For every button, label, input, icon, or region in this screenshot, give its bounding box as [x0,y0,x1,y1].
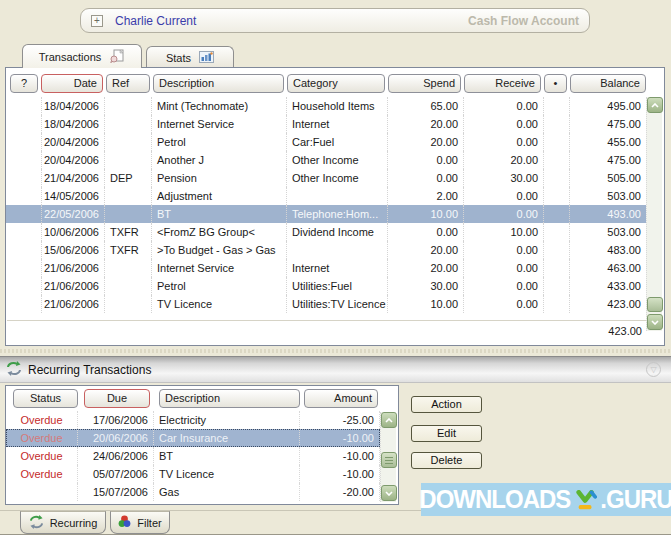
recurring-row[interactable]: Overdue24/06/2006BT-10.00 [6,447,380,465]
tab-stats-label: Stats [166,52,191,64]
scroll-up-button[interactable] [647,97,663,113]
transactions-list: 18/04/2006Mint (Technomate)Household Ite… [6,97,647,313]
recurring-panel: Status Due Description Amount Overdue17/… [5,385,399,505]
rec-scroll-thumb[interactable] [381,452,397,468]
transaction-row[interactable]: 21/06/2006Internet ServiceInternet20.000… [6,259,647,277]
reconciled-column-button[interactable]: • [544,74,567,93]
tab-recurring-label: Recurring [50,517,98,529]
action-button[interactable]: Action [411,396,482,413]
amount-column-button[interactable]: Amount [304,389,378,408]
receive-column-button[interactable]: Receive [464,74,541,93]
transaction-row[interactable]: 18/04/2006Internet ServiceInternet20.000… [6,115,647,133]
balance-column-button[interactable]: Balance [570,74,646,93]
status-column-button[interactable]: Status [13,389,78,408]
recurring-tab-icon [29,515,44,531]
transaction-row[interactable]: 14/05/2006Adjustment2.000.00503.00 [6,187,647,205]
due-column-button[interactable]: Due [84,389,150,408]
transactions-register-icon [109,49,125,65]
rec-scroll-down-button[interactable] [381,485,397,501]
help-column-button[interactable]: ? [10,74,38,93]
transaction-row[interactable]: 10/06/2006TXFR<FromZ BG Group<Dividend I… [6,223,647,241]
account-type-label: Cash Flow Account [468,14,579,28]
spend-column-button[interactable]: Spend [388,74,461,93]
account-name: Charlie Current [115,14,196,28]
total-separator [7,320,663,321]
tab-transactions[interactable]: Transactions [22,44,142,68]
collapse-section-button[interactable]: ▽ [646,362,661,377]
transactions-panel: ? Date Ref Description Category Spend Re… [5,67,665,346]
scroll-down-button[interactable] [647,314,663,330]
transaction-row[interactable]: 21/06/2006PetrolUtilities:Fuel30.000.004… [6,277,647,295]
app-window: + Charlie Current Cash Flow Account Tran… [0,0,671,535]
tab-stats[interactable]: Stats [146,46,234,68]
recurring-list: Overdue17/06/2006Electricity-25.00 Overd… [6,411,380,501]
category-column-button[interactable]: Category [287,74,385,93]
rec-scroll-up-button[interactable] [381,412,397,428]
transaction-row[interactable]: 20/04/2006Another JOther Income0.0020.00… [6,151,647,169]
recurring-row[interactable]: Overdue17/06/2006Electricity-25.00 [6,411,380,429]
description-column-button[interactable]: Description [153,74,284,93]
recurring-icon [6,361,22,378]
panel-splitter[interactable] [0,349,671,353]
transaction-row[interactable]: 18/04/2006Mint (Technomate)Household Ite… [6,97,647,115]
transaction-row-selected[interactable]: 22/05/2006BTTelephone:Hom...10.000.00493… [6,205,647,223]
transaction-row[interactable]: 20/04/2006PetrolCar:Fuel20.000.00455.00 [6,133,647,151]
transaction-row[interactable]: 15/06/2006TXFR>To Budget - Gas > Gas20.0… [6,241,647,259]
expand-plus-icon[interactable]: + [91,15,103,27]
recurring-section-title: Recurring Transactions [28,363,151,377]
watermark-text-left: DOWNLOADS [419,485,570,514]
recurring-scrollbar[interactable] [380,412,396,502]
tab-transactions-label: Transactions [39,51,102,63]
transactions-scrollbar[interactable] [646,97,662,331]
filter-tab-icon [118,515,131,530]
recurring-row[interactable]: 15/07/2006Gas-20.00 [6,483,380,501]
transaction-row[interactable]: 21/06/2006TV LicenceUtilities:TV Licence… [6,295,647,313]
delete-button[interactable]: Delete [411,452,482,469]
scroll-thumb[interactable] [647,297,663,312]
balance-total: 423.00 [608,325,642,337]
tab-filter[interactable]: Filter [110,511,170,534]
downloads-guru-watermark: DOWNLOADS .GURU [421,483,671,516]
watermark-text-right: .GURU [600,485,671,514]
ref-column-button[interactable]: Ref [106,74,150,93]
recurring-row-selected[interactable]: Overdue20/06/2006Car Insurance-10.00 [6,429,380,447]
date-column-button[interactable]: Date [41,74,103,93]
tab-recurring[interactable]: Recurring [20,511,106,534]
recurring-section-header: Recurring Transactions ▽ [0,356,671,383]
transaction-row[interactable]: 21/04/2006DEPPensionOther Income0.0030.0… [6,169,647,187]
rec-description-column-button[interactable]: Description [159,389,300,408]
account-selector-bar[interactable]: + Charlie Current Cash Flow Account [80,8,590,33]
stats-chart-icon [199,51,214,65]
tab-filter-label: Filter [137,517,161,529]
edit-button[interactable]: Edit [411,425,482,442]
watermark-arrow-icon [575,490,597,513]
recurring-row[interactable]: Overdue05/07/2006TV Licence-10.00 [6,465,380,483]
